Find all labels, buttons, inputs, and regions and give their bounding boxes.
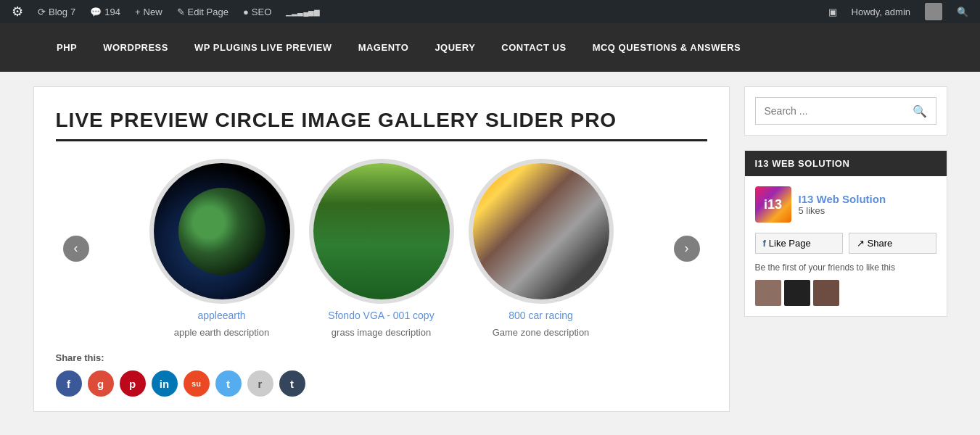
plus-icon: + <box>135 7 141 17</box>
gallery-desc-appleearth: apple earth description <box>174 327 270 338</box>
pencil-icon: ✎ <box>177 7 185 17</box>
screen-options-btn[interactable]: ▣ <box>823 0 843 23</box>
stats-btn[interactable]: ▁▂▃▄▅▆ <box>280 0 326 23</box>
search-input-wrap: 🔍 <box>755 97 936 125</box>
seo-btn[interactable]: ● SEO <box>237 0 277 23</box>
sidebar: 🔍 I13 WEB SOLUTION i13 I13 Web Solution … <box>744 86 947 412</box>
gallery-prev-button[interactable]: ‹ <box>63 236 89 262</box>
fb-like-button[interactable]: f Like Page <box>755 233 843 254</box>
search-btn[interactable]: 🔍 <box>951 0 974 23</box>
wp-logo-btn[interactable]: ⚙ <box>6 0 29 23</box>
fb-actions: f Like Page ↗ Share <box>755 233 936 254</box>
share-label: Share this: <box>56 352 707 363</box>
fb-page-info: i13 I13 Web Solution 5 likes <box>755 186 936 223</box>
fb-logo: i13 <box>755 186 791 223</box>
nav-item-jquery[interactable]: JQUERY <box>421 23 488 72</box>
search-widget: 🔍 <box>744 86 947 136</box>
fb-friends-text: Be the first of your friends to like thi… <box>755 262 936 273</box>
gallery-next-button[interactable]: › <box>674 236 700 262</box>
admin-bar: ⚙ ⟳ Blog 7 💬 194 + New ✎ Edit Page ● SEO… <box>0 0 980 23</box>
avatar-icon <box>925 3 942 20</box>
share-stumble-button[interactable]: su <box>184 370 210 397</box>
gallery-image-appleearth <box>149 159 295 304</box>
avatar-btn[interactable] <box>919 0 948 23</box>
nav-item-contactus[interactable]: CONTACT US <box>488 23 579 72</box>
gallery-item-appleearth: appleearth apple earth description <box>149 159 295 338</box>
stats-icon: ▁▂▃▄▅▆ <box>286 8 320 16</box>
share-linkedin-button[interactable]: in <box>152 370 178 397</box>
gallery-link-grass[interactable]: Sfondo VGA - 001 copy <box>328 310 434 321</box>
gallery-item-car: 800 car racing Game zone description <box>469 159 614 338</box>
gallery-link-appleearth[interactable]: appleearth <box>197 310 245 321</box>
share-facebook-button[interactable]: f <box>56 370 82 397</box>
comments-btn[interactable]: 💬 194 <box>84 0 126 23</box>
fb-avatar-1 <box>755 280 781 306</box>
nav-item-php[interactable]: PHP <box>44 23 90 72</box>
nav-item-wpplugins[interactable]: WP PLUGINS LIVE PREVIEW <box>181 23 345 72</box>
admin-bar-right: ▣ Howdy, admin 🔍 <box>823 0 974 23</box>
new-btn[interactable]: + New <box>129 0 168 23</box>
search-input[interactable] <box>756 98 904 124</box>
share-pinterest-button[interactable]: p <box>120 370 146 397</box>
gallery-image-car <box>469 159 614 304</box>
edit-page-btn[interactable]: ✎ Edit Page <box>171 0 234 23</box>
share-reddit-button[interactable]: r <box>247 370 273 397</box>
fb-avatar-3 <box>813 280 839 306</box>
search-icon: 🔍 <box>957 7 968 17</box>
fb-widget-body: i13 I13 Web Solution 5 likes f Like Page… <box>745 176 947 316</box>
nav-item-mcq[interactable]: MCQ QUESTIONS & ANSWERS <box>580 23 754 72</box>
site-navigation: PHP WORDPRESS WP PLUGINS LIVE PREVIEW MA… <box>0 23 980 72</box>
i13-widget-header: I13 WEB SOLUTION <box>745 151 947 176</box>
page-title: LIVE PREVIEW CIRCLE IMAGE GALLERY SLIDER… <box>56 109 707 132</box>
nav-item-magento[interactable]: MAGENTO <box>345 23 422 72</box>
search-submit-button[interactable]: 🔍 <box>904 99 936 124</box>
share-googleplus-button[interactable]: g <box>88 370 114 397</box>
gallery-items: appleearth apple earth description Sfond… <box>56 159 707 338</box>
howdy-btn[interactable]: Howdy, admin <box>846 0 916 23</box>
fb-page-name[interactable]: I13 Web Solution <box>799 193 886 205</box>
main-layout: LIVE PREVIEW CIRCLE IMAGE GALLERY SLIDER… <box>19 86 962 412</box>
gallery-link-car[interactable]: 800 car racing <box>508 310 573 321</box>
screen-icon: ▣ <box>828 7 837 17</box>
i13-widget: I13 WEB SOLUTION i13 I13 Web Solution 5 … <box>744 150 947 317</box>
fb-icon: f <box>763 238 766 249</box>
share-tumblr-button[interactable]: t <box>279 370 305 397</box>
content-area: LIVE PREVIEW CIRCLE IMAGE GALLERY SLIDER… <box>33 86 730 412</box>
circle-icon: ● <box>243 7 249 17</box>
gallery-desc-grass: grass image description <box>332 327 431 338</box>
fb-likes-count: 5 likes <box>799 205 886 216</box>
fb-page-details: I13 Web Solution 5 likes <box>799 193 886 216</box>
wp-icon: ⚙ <box>12 4 23 20</box>
gallery-desc-car: Game zone description <box>493 327 590 338</box>
share-twitter-button[interactable]: t <box>215 370 242 397</box>
gallery-image-grass <box>309 159 454 304</box>
image-gallery: ‹ appleearth apple earth description Sfo… <box>56 159 707 338</box>
title-divider <box>56 139 707 141</box>
gallery-item-grass: Sfondo VGA - 001 copy grass image descri… <box>309 159 454 338</box>
fb-friend-avatars <box>755 280 936 306</box>
nav-item-wordpress[interactable]: WORDPRESS <box>90 23 181 72</box>
share-section: Share this: f g p in su t r t <box>56 352 707 397</box>
blog-icon: ⟳ <box>38 7 46 17</box>
comments-icon: 💬 <box>90 7 102 17</box>
fb-share-button[interactable]: ↗ Share <box>849 233 936 254</box>
nav-list: PHP WORDPRESS WP PLUGINS LIVE PREVIEW MA… <box>44 23 936 72</box>
blog-btn[interactable]: ⟳ Blog 7 <box>32 0 81 23</box>
search-icon: 🔍 <box>913 105 927 117</box>
share-buttons: f g p in su t r t <box>56 370 707 397</box>
fb-avatar-2 <box>784 280 810 306</box>
share-arrow-icon: ↗ <box>857 238 865 249</box>
